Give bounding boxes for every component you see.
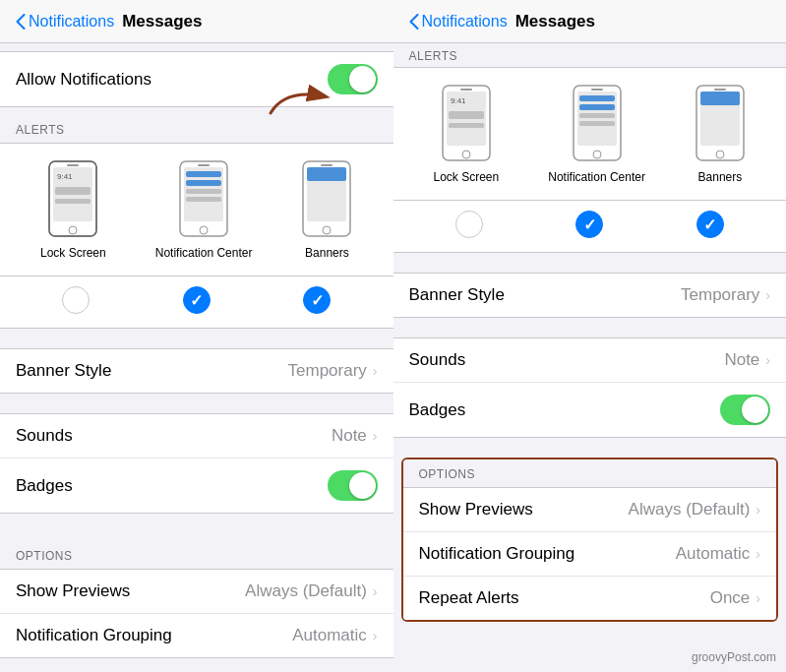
svg-rect-5 [55,199,91,204]
right-notification-center-phone-icon [572,84,623,162]
alert-item-banners: Banners [301,159,352,260]
left-show-previews-row[interactable]: Show Previews Always (Default) › [0,570,393,614]
right-nav-bar: Notifications Messages [393,0,787,43]
allow-notifications-label: Allow Notifications [16,70,328,90]
svg-rect-12 [186,180,221,186]
right-lock-screen-label: Lock Screen [434,170,500,184]
right-badges-row: Badges [393,383,787,437]
right-show-previews-label: Show Previews [419,500,629,519]
left-sounds-chevron: › [373,428,378,444]
lock-screen-radio[interactable] [62,286,90,314]
left-show-previews-value: Always (Default) [245,581,367,601]
left-nav-title: Messages [122,12,202,31]
right-notification-center-label: Notification Center [548,170,645,184]
svg-text:9:41: 9:41 [451,96,466,105]
svg-rect-34 [579,121,615,126]
lock-screen-phone-icon: 9:41 [47,159,98,238]
svg-rect-36 [591,89,603,91]
right-notification-center-radio[interactable] [575,211,603,238]
left-show-previews-label: Show Previews [16,581,245,601]
right-show-previews-value: Always (Default) [629,500,751,519]
svg-rect-11 [186,171,221,177]
banners-radio[interactable] [303,286,331,314]
left-banner-style-card: Banner Style Temporary › [0,348,393,394]
left-banner-style-row[interactable]: Banner Style Temporary › [0,349,393,393]
right-sounds-badges-card: Sounds Note › Badges [393,337,787,438]
left-notification-grouping-chevron: › [373,628,378,643]
left-notification-grouping-value: Automatic [292,626,367,645]
left-badges-row: Badges [0,458,393,513]
right-options-card: Show Previews Always (Default) › Notific… [403,488,777,620]
right-lock-screen-phone-icon: 9:41 [441,84,492,162]
right-panel: Notifications Messages ALERTS 9:41 Lock … [393,0,787,672]
svg-rect-21 [321,164,333,166]
right-badges-toggle-thumb [742,397,768,423]
right-banner-style-card: Banner Style Temporary › [393,273,787,318]
right-repeat-alerts-chevron: › [756,590,760,606]
right-notification-grouping-chevron: › [756,546,760,562]
left-options-card: Show Previews Always (Default) › Notific… [0,569,393,658]
left-sounds-badges-card: Sounds Note › Badges [0,413,393,514]
right-sounds-value: Note [724,350,759,370]
right-sounds-row[interactable]: Sounds Note › [393,338,787,383]
allow-notifications-toggle[interactable] [328,64,378,94]
left-back-button[interactable]: Notifications [16,13,114,31]
svg-rect-28 [460,89,472,91]
right-back-button[interactable]: Notifications [409,13,508,31]
left-badges-toggle-thumb [349,472,376,499]
left-nav-bar: Notifications Messages [0,0,393,43]
left-banner-style-label: Banner Style [16,361,288,381]
right-alerts-icons: 9:41 Lock Screen Notification Center [393,67,787,201]
right-radio-row [393,201,787,253]
right-sounds-label: Sounds [409,350,725,370]
svg-rect-31 [579,95,615,101]
right-banner-style-value: Temporary [681,285,759,305]
right-show-previews-row[interactable]: Show Previews Always (Default) › [403,488,777,532]
svg-rect-33 [579,113,615,118]
left-notification-grouping-row[interactable]: Notification Grouping Automatic › [0,614,393,657]
svg-rect-39 [700,92,740,105]
left-banner-style-value: Temporary [288,361,367,381]
right-alerts-top-label: ALERTS [393,43,787,67]
right-badges-label: Badges [409,400,721,420]
left-sounds-label: Sounds [16,426,332,446]
left-badges-toggle[interactable] [328,470,378,501]
allow-notifications-row: Allow Notifications [0,51,393,107]
right-repeat-alerts-row[interactable]: Repeat Alerts Once › [403,577,777,620]
alert-item-notification-center: Notification Center [155,159,253,260]
right-options-section-label: OPTIONS [403,459,777,488]
left-show-previews-chevron: › [373,583,378,599]
right-banners-radio[interactable] [696,211,724,238]
svg-rect-24 [449,111,484,119]
toggle-thumb [349,66,376,92]
watermark: groovyPost.com [692,650,776,664]
left-options-section-label: OPTIONS [0,533,393,569]
svg-rect-41 [714,89,726,91]
right-show-previews-chevron: › [756,502,760,518]
left-sounds-value: Note [332,426,367,446]
right-banner-style-row[interactable]: Banner Style Temporary › [393,274,787,317]
banners-label: Banners [305,246,349,260]
right-options-highlighted-section: OPTIONS Show Previews Always (Default) ›… [401,458,779,622]
left-sounds-row[interactable]: Sounds Note › [0,414,393,458]
left-alerts-icons: 9:41 Lock Screen Notification Center [0,143,393,276]
right-alert-item-notification-center: Notification Center [548,84,645,184]
notification-center-radio[interactable] [183,286,211,314]
left-alerts-section-label: ALERTS [0,107,393,143]
right-alert-item-lock-screen: 9:41 Lock Screen [434,84,500,184]
svg-rect-13 [186,189,221,194]
left-panel: Notifications Messages Allow Notificatio… [0,0,393,672]
right-badges-toggle[interactable] [720,395,770,425]
notification-center-label: Notification Center [155,246,253,260]
right-alert-item-banners: Banners [695,84,746,184]
right-notification-grouping-label: Notification Grouping [419,544,676,564]
right-repeat-alerts-label: Repeat Alerts [419,588,710,608]
svg-rect-25 [449,123,484,128]
right-notification-grouping-row[interactable]: Notification Grouping Automatic › [403,532,777,577]
svg-text:9:41: 9:41 [57,172,73,181]
right-banner-style-chevron: › [765,287,770,303]
notification-center-phone-icon [178,159,229,238]
left-back-label: Notifications [29,13,114,31]
banners-phone-icon [301,159,352,238]
right-lock-screen-radio[interactable] [455,211,483,238]
